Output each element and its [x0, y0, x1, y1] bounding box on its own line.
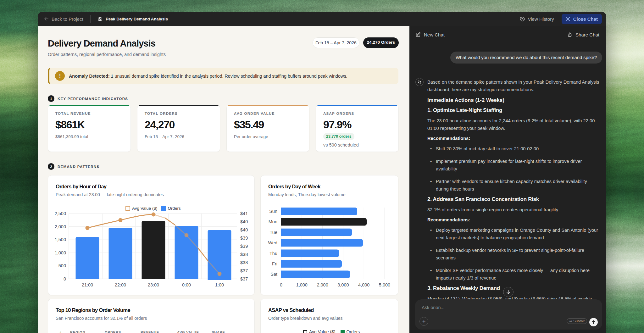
svg-text:1,500: 1,500	[55, 237, 66, 242]
svg-text:1,000: 1,000	[296, 282, 308, 287]
svg-text:$39: $39	[240, 244, 248, 249]
svg-text:$40: $40	[240, 227, 248, 232]
svg-text:$41: $41	[240, 211, 248, 216]
svg-text:$37: $37	[240, 268, 248, 273]
svg-text:22:00: 22:00	[115, 282, 126, 287]
svg-text:Tue: Tue	[270, 230, 277, 235]
svg-text:1:00: 1:00	[215, 282, 224, 287]
svg-text:$38: $38	[240, 252, 248, 257]
svg-text:0: 0	[280, 282, 282, 287]
svg-text:21:00: 21:00	[82, 282, 93, 287]
svg-text:$40: $40	[240, 219, 248, 224]
svg-text:23:00: 23:00	[148, 282, 159, 287]
svg-text:0: 0	[64, 276, 66, 281]
svg-text:2,500: 2,500	[55, 211, 66, 216]
svg-text:Thu: Thu	[269, 251, 277, 256]
svg-text:4,000: 4,000	[358, 282, 369, 287]
svg-text:5,000: 5,000	[379, 282, 390, 287]
svg-text:Fri: Fri	[272, 261, 277, 266]
svg-text:Mon: Mon	[269, 219, 277, 224]
svg-text:2,000: 2,000	[55, 224, 66, 229]
svg-text:Sat: Sat	[270, 272, 277, 277]
svg-text:Wed: Wed	[268, 240, 277, 245]
svg-text:Sun: Sun	[269, 209, 277, 214]
svg-text:$39: $39	[240, 236, 248, 241]
svg-text:500: 500	[58, 263, 66, 268]
svg-text:$38: $38	[240, 260, 248, 265]
svg-text:2,000: 2,000	[317, 282, 328, 287]
svg-text:3,000: 3,000	[337, 282, 349, 287]
svg-text:0:00: 0:00	[182, 282, 191, 287]
svg-text:1,000: 1,000	[55, 250, 66, 255]
svg-text:$37: $37	[240, 276, 248, 281]
